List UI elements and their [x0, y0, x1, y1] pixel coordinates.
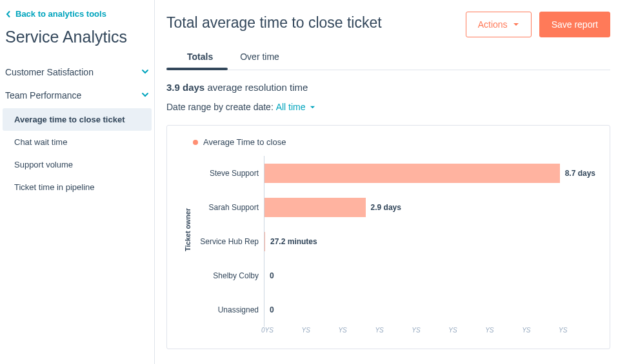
save-report-button[interactable]: Save report — [539, 12, 610, 37]
sidebar-subitems: Average time to close ticket Chat wait t… — [0, 107, 154, 200]
x-tick: YS — [412, 327, 448, 334]
bar — [264, 232, 265, 251]
sidebar-item-support-volume[interactable]: Support volume — [0, 153, 154, 176]
bar-track: 27.2 minutes — [264, 224, 595, 258]
summary-label: average resolution time — [207, 82, 308, 93]
back-link-label: Back to analytics tools — [15, 9, 106, 19]
header-actions: Actions Save report — [466, 12, 610, 37]
bars-area: Steve Support8.7 daysSarah Support2.9 da… — [194, 156, 595, 330]
x-tick: YS — [448, 327, 485, 334]
chevron-down-icon — [141, 90, 149, 101]
caret-down-icon — [310, 102, 315, 112]
y-axis-label: Ticket owner — [181, 208, 194, 251]
date-range-value: All time — [276, 102, 306, 112]
x-tick: YS — [265, 327, 302, 334]
row-label: Sarah Support — [194, 203, 264, 212]
x-tick: YS — [375, 327, 412, 334]
main-content: Total average time to close ticket Actio… — [155, 0, 618, 364]
legend-dot-icon — [193, 140, 198, 145]
row-label: Service Hub Rep — [194, 237, 264, 246]
chart-row: Steve Support8.7 days — [194, 156, 595, 190]
row-label: Unassigned — [194, 305, 264, 314]
x-tick: YS — [522, 327, 559, 334]
tab-underline — [166, 68, 228, 70]
summary-line: 3.9 days average resolution time — [166, 70, 610, 97]
x-tick: 0 — [261, 327, 265, 334]
bar-track: 0 — [264, 258, 595, 292]
back-link[interactable]: Back to analytics tools — [0, 0, 154, 23]
bar-value-label: 8.7 days — [565, 169, 595, 178]
chevron-left-icon — [5, 11, 12, 17]
bar-track: 2.9 days — [264, 190, 595, 224]
date-range-dropdown[interactable]: All time — [276, 102, 315, 112]
chart-legend: Average Time to close — [181, 137, 595, 147]
tab-totals[interactable]: Totals — [187, 52, 213, 70]
bar-value-label: 0 — [270, 305, 274, 314]
page-title: Total average time to close ticket — [166, 12, 382, 32]
tabs: Totals Over time — [166, 52, 610, 70]
caret-down-icon — [513, 19, 519, 30]
chart-row: Sarah Support2.9 days — [194, 190, 595, 224]
x-ticks: 0YSYSYSYSYSYSYSYSYS — [194, 327, 595, 334]
row-label: Shelby Colby — [194, 271, 264, 280]
chart-body: Ticket owner Steve Support8.7 daysSarah … — [181, 156, 595, 330]
x-tick: YS — [338, 327, 375, 334]
header-row: Total average time to close ticket Actio… — [166, 12, 610, 37]
summary-value: 3.9 days — [166, 82, 204, 93]
sidebar-item-chat-wait[interactable]: Chat wait time — [0, 131, 154, 153]
bar-value-label: 2.9 days — [371, 203, 401, 212]
sidebar-item-avg-time-close[interactable]: Average time to close ticket — [3, 108, 152, 131]
actions-button[interactable]: Actions — [466, 12, 532, 37]
bar-value-label: 0 — [270, 271, 274, 280]
x-tick: YS — [485, 327, 522, 334]
legend-label: Average Time to close — [203, 137, 286, 147]
chart-card: Average Time to close Ticket owner Steve… — [166, 125, 610, 349]
chart-row: Service Hub Rep27.2 minutes — [194, 224, 595, 258]
bar-value-label: 27.2 minutes — [270, 237, 317, 246]
sidebar: Back to analytics tools Service Analytic… — [0, 0, 155, 364]
save-report-label: Save report — [552, 19, 598, 30]
row-label: Steve Support — [194, 169, 264, 178]
sidebar-item-ticket-time-pipeline[interactable]: Ticket time in pipeline — [0, 176, 154, 198]
date-range: Date range by create date: All time — [166, 102, 610, 112]
chevron-down-icon — [141, 67, 149, 77]
sidebar-title: Service Analytics — [0, 23, 154, 61]
chart-row: Shelby Colby0 — [194, 258, 595, 292]
date-range-prefix: Date range by create date: — [166, 102, 274, 112]
chart-row: Unassigned0 — [194, 292, 595, 327]
sidebar-section-team-performance[interactable]: Team Performance — [0, 84, 154, 107]
sidebar-section-customer-satisfaction[interactable]: Customer Satisfaction — [0, 61, 154, 84]
tab-over-time[interactable]: Over time — [240, 52, 279, 70]
actions-button-label: Actions — [478, 19, 508, 30]
x-tick: YS — [302, 327, 339, 334]
bar-track: 8.7 days — [264, 156, 595, 190]
section-label: Customer Satisfaction — [5, 67, 94, 77]
x-tick: YS — [559, 327, 595, 334]
bar — [264, 164, 560, 183]
bar — [264, 198, 366, 217]
bar-track: 0 — [264, 292, 595, 327]
section-label: Team Performance — [5, 90, 81, 101]
